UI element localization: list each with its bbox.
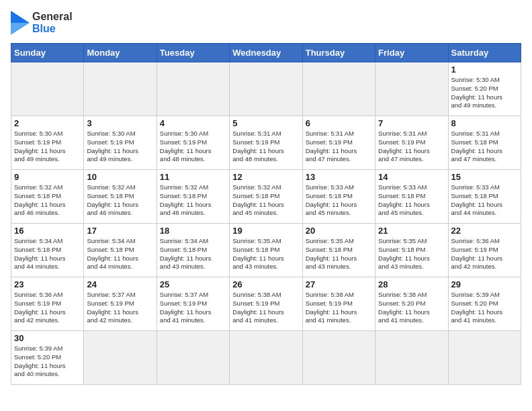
day-number: 13	[306, 172, 372, 182]
day-cell-2: 2Sunrise: 5:30 AM Sunset: 5:19 PM Daylig…	[11, 116, 84, 170]
day-number: 27	[306, 279, 372, 289]
day-info: Sunrise: 5:31 AM Sunset: 5:18 PM Dayligh…	[451, 130, 518, 164]
day-info: Sunrise: 5:31 AM Sunset: 5:19 PM Dayligh…	[378, 130, 445, 164]
day-cell-22: 22Sunrise: 5:36 AM Sunset: 5:19 PM Dayli…	[448, 224, 521, 277]
day-number: 15	[451, 172, 518, 182]
day-number: 3	[87, 118, 153, 128]
weekday-header-row: SundayMondayTuesdayWednesdayThursdayFrid…	[11, 44, 521, 62]
weekday-header-saturday: Saturday	[448, 44, 521, 62]
page-header: GeneralBlue	[11, 11, 521, 35]
day-number: 14	[378, 172, 445, 182]
day-number: 24	[87, 279, 153, 289]
day-info: Sunrise: 5:35 AM Sunset: 5:18 PM Dayligh…	[306, 237, 372, 271]
day-info: Sunrise: 5:36 AM Sunset: 5:19 PM Dayligh…	[451, 237, 518, 271]
day-info: Sunrise: 5:35 AM Sunset: 5:18 PM Dayligh…	[232, 237, 299, 271]
day-number: 30	[14, 333, 81, 343]
day-number: 4	[160, 118, 226, 128]
weekday-header-sunday: Sunday	[11, 44, 84, 62]
logo-triangle-icon	[11, 11, 30, 35]
day-cell-5: 5Sunrise: 5:31 AM Sunset: 5:19 PM Daylig…	[230, 116, 302, 170]
day-info: Sunrise: 5:38 AM Sunset: 5:20 PM Dayligh…	[378, 291, 445, 325]
day-info: Sunrise: 5:38 AM Sunset: 5:19 PM Dayligh…	[306, 291, 372, 325]
day-cell-20: 20Sunrise: 5:35 AM Sunset: 5:18 PM Dayli…	[302, 224, 375, 277]
day-info: Sunrise: 5:33 AM Sunset: 5:18 PM Dayligh…	[378, 183, 445, 218]
day-number: 2	[14, 118, 81, 128]
day-info: Sunrise: 5:32 AM Sunset: 5:18 PM Dayligh…	[160, 183, 226, 218]
day-info: Sunrise: 5:34 AM Sunset: 5:18 PM Dayligh…	[14, 237, 81, 271]
day-number: 6	[306, 118, 372, 128]
weekday-header-friday: Friday	[375, 44, 448, 62]
weekday-header-thursday: Thursday	[302, 44, 375, 62]
day-info: Sunrise: 5:33 AM Sunset: 5:18 PM Dayligh…	[306, 183, 372, 218]
empty-cell	[11, 62, 84, 116]
day-cell-10: 10Sunrise: 5:32 AM Sunset: 5:18 PM Dayli…	[84, 170, 157, 224]
svg-marker-0	[11, 11, 30, 23]
day-number: 7	[378, 118, 445, 128]
calendar-row: 2Sunrise: 5:30 AM Sunset: 5:19 PM Daylig…	[11, 116, 521, 170]
day-cell-16: 16Sunrise: 5:34 AM Sunset: 5:18 PM Dayli…	[11, 224, 84, 277]
empty-cell	[230, 62, 302, 116]
day-info: Sunrise: 5:31 AM Sunset: 5:19 PM Dayligh…	[232, 130, 299, 164]
day-info: Sunrise: 5:34 AM Sunset: 5:18 PM Dayligh…	[160, 237, 226, 271]
calendar-row: 9Sunrise: 5:32 AM Sunset: 5:18 PM Daylig…	[11, 170, 521, 224]
day-cell-26: 26Sunrise: 5:38 AM Sunset: 5:19 PM Dayli…	[230, 277, 302, 331]
day-info: Sunrise: 5:30 AM Sunset: 5:20 PM Dayligh…	[451, 76, 518, 110]
day-cell-29: 29Sunrise: 5:39 AM Sunset: 5:20 PM Dayli…	[448, 277, 521, 331]
day-number: 20	[306, 226, 372, 236]
day-number: 28	[378, 279, 445, 289]
day-cell-17: 17Sunrise: 5:34 AM Sunset: 5:18 PM Dayli…	[84, 224, 157, 277]
empty-cell	[375, 62, 448, 116]
day-cell-15: 15Sunrise: 5:33 AM Sunset: 5:18 PM Dayli…	[448, 170, 521, 224]
day-number: 11	[160, 172, 226, 182]
day-cell-4: 4Sunrise: 5:30 AM Sunset: 5:19 PM Daylig…	[157, 116, 229, 170]
day-info: Sunrise: 5:39 AM Sunset: 5:20 PM Dayligh…	[451, 291, 518, 325]
day-cell-30: 30Sunrise: 5:39 AM Sunset: 5:20 PM Dayli…	[11, 331, 84, 385]
day-number: 5	[232, 118, 299, 128]
day-info: Sunrise: 5:37 AM Sunset: 5:19 PM Dayligh…	[87, 291, 153, 325]
day-number: 17	[87, 226, 153, 236]
empty-cell	[84, 62, 157, 116]
day-info: Sunrise: 5:31 AM Sunset: 5:19 PM Dayligh…	[306, 130, 372, 164]
empty-cell	[157, 62, 229, 116]
day-cell-19: 19Sunrise: 5:35 AM Sunset: 5:18 PM Dayli…	[230, 224, 302, 277]
day-number: 10	[87, 172, 153, 182]
day-info: Sunrise: 5:32 AM Sunset: 5:18 PM Dayligh…	[87, 183, 153, 218]
day-cell-13: 13Sunrise: 5:33 AM Sunset: 5:18 PM Dayli…	[302, 170, 375, 224]
empty-cell	[375, 331, 448, 385]
day-info: Sunrise: 5:34 AM Sunset: 5:18 PM Dayligh…	[87, 237, 153, 271]
day-number: 16	[14, 226, 81, 236]
day-number: 12	[232, 172, 299, 182]
day-number: 25	[160, 279, 226, 289]
day-info: Sunrise: 5:33 AM Sunset: 5:18 PM Dayligh…	[451, 183, 518, 218]
day-info: Sunrise: 5:36 AM Sunset: 5:19 PM Dayligh…	[14, 291, 81, 325]
day-info: Sunrise: 5:37 AM Sunset: 5:19 PM Dayligh…	[160, 291, 226, 325]
empty-cell	[302, 331, 375, 385]
empty-cell	[448, 331, 521, 385]
day-cell-1: 1Sunrise: 5:30 AM Sunset: 5:20 PM Daylig…	[448, 62, 521, 116]
day-cell-28: 28Sunrise: 5:38 AM Sunset: 5:20 PM Dayli…	[375, 277, 448, 331]
day-number: 8	[451, 118, 518, 128]
empty-cell	[84, 331, 157, 385]
day-number: 21	[378, 226, 445, 236]
day-info: Sunrise: 5:32 AM Sunset: 5:18 PM Dayligh…	[14, 183, 81, 218]
weekday-header-tuesday: Tuesday	[157, 44, 229, 62]
day-info: Sunrise: 5:38 AM Sunset: 5:19 PM Dayligh…	[232, 291, 299, 325]
calendar-row: 1Sunrise: 5:30 AM Sunset: 5:20 PM Daylig…	[11, 62, 521, 116]
svg-marker-1	[11, 23, 30, 35]
day-cell-27: 27Sunrise: 5:38 AM Sunset: 5:19 PM Dayli…	[302, 277, 375, 331]
day-cell-18: 18Sunrise: 5:34 AM Sunset: 5:18 PM Dayli…	[157, 224, 229, 277]
day-info: Sunrise: 5:30 AM Sunset: 5:19 PM Dayligh…	[14, 130, 81, 164]
weekday-header-wednesday: Wednesday	[230, 44, 302, 62]
day-number: 19	[232, 226, 299, 236]
day-cell-12: 12Sunrise: 5:32 AM Sunset: 5:18 PM Dayli…	[230, 170, 302, 224]
day-cell-9: 9Sunrise: 5:32 AM Sunset: 5:18 PM Daylig…	[11, 170, 84, 224]
day-info: Sunrise: 5:39 AM Sunset: 5:20 PM Dayligh…	[14, 345, 81, 379]
empty-cell	[302, 62, 375, 116]
day-info: Sunrise: 5:30 AM Sunset: 5:19 PM Dayligh…	[160, 130, 226, 164]
day-number: 9	[14, 172, 81, 182]
day-info: Sunrise: 5:32 AM Sunset: 5:18 PM Dayligh…	[232, 183, 299, 218]
day-cell-25: 25Sunrise: 5:37 AM Sunset: 5:19 PM Dayli…	[157, 277, 229, 331]
day-cell-14: 14Sunrise: 5:33 AM Sunset: 5:18 PM Dayli…	[375, 170, 448, 224]
day-number: 29	[451, 279, 518, 289]
day-cell-6: 6Sunrise: 5:31 AM Sunset: 5:19 PM Daylig…	[302, 116, 375, 170]
